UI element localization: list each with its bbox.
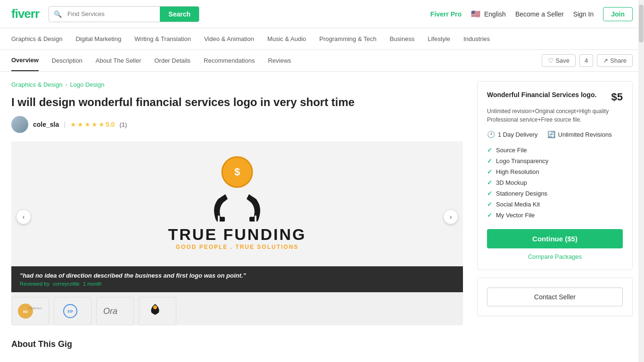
nav-item-marketing[interactable]: Digital Marketing	[75, 29, 121, 49]
carousel-next-button[interactable]: ›	[443, 209, 458, 224]
star-5: ★	[99, 121, 105, 128]
save-label: Save	[555, 57, 570, 64]
feature-label-0: Source File	[496, 147, 527, 154]
compare-packages-link[interactable]: Compare Packages	[487, 253, 623, 260]
seller-info: cole_sla | ★ ★ ★ ★ ★ 5.0 (1)	[11, 116, 463, 133]
thumbnail-2[interactable]: Ora	[96, 297, 134, 325]
coin-svg: $	[221, 156, 254, 189]
tagline-text: GOOD PEOPLE . TRUE SOLUTIONS	[176, 244, 299, 250]
flag-icon: 🇺🇸	[471, 9, 480, 18]
tab-about-seller[interactable]: About The Seller	[96, 50, 141, 71]
tab-reviews[interactable]: Reviews	[268, 50, 291, 71]
save-button[interactable]: ♡ Save	[542, 54, 576, 67]
feature-label-6: My Vector File	[496, 212, 535, 219]
check-icon-3: ✓	[487, 179, 492, 186]
seller-name[interactable]: cole_sla	[33, 121, 59, 128]
search-button[interactable]: Search	[160, 7, 199, 22]
header: fiverr 🔍 Search Fiverr Pro 🇺🇸 English Be…	[0, 0, 644, 28]
review-overlay: "had no idea of direction described the …	[11, 266, 463, 292]
contact-card: Contact Seller	[477, 278, 633, 316]
star-1: ★	[70, 121, 76, 128]
thumbnail-1[interactable]: FP	[54, 297, 91, 325]
tab-order-details[interactable]: Order Details	[154, 50, 190, 71]
breadcrumb-parent[interactable]: Graphics & Design	[11, 81, 62, 88]
svg-text:FP: FP	[67, 309, 73, 314]
feature-logo-transparency: ✓ Logo Transparency	[487, 156, 623, 166]
delivery-label: 1 Day Delivery	[498, 131, 538, 138]
tab-overview[interactable]: Overview	[11, 50, 39, 71]
nav-item-lifestyle[interactable]: Lifestyle	[428, 29, 450, 49]
feature-vector-file: ✓ My Vector File	[487, 210, 623, 221]
nav-item-video[interactable]: Video & Animation	[204, 29, 254, 49]
gig-content: Graphics & Design › Logo Design I will d…	[11, 81, 463, 349]
feature-high-resolution: ✓ High Resolution	[487, 166, 623, 177]
star-3: ★	[84, 121, 91, 128]
feature-3d-mockup: ✓ 3D Mockup	[487, 177, 623, 188]
feature-stationery: ✓ Stationery Designs	[487, 188, 623, 199]
svg-point-12	[153, 305, 157, 309]
rating-value: 5.0	[106, 121, 115, 128]
check-icon-6: ✓	[487, 212, 492, 219]
search-input[interactable]	[62, 7, 160, 21]
continue-button[interactable]: Continue ($5)	[487, 229, 623, 248]
svg-rect-4	[249, 217, 258, 222]
check-icon-0: ✓	[487, 147, 492, 154]
delivery-time: 🕐 1 Day Delivery	[487, 131, 538, 138]
thumbnail-3[interactable]	[139, 297, 176, 325]
heart-icon: ♡	[548, 57, 553, 64]
check-icon-1: ✓	[487, 157, 492, 165]
carousel-prev-button[interactable]: ‹	[16, 209, 31, 224]
star-rating: ★ ★ ★ ★ ★ 5.0	[70, 121, 115, 128]
nav-item-programming[interactable]: Programming & Tech	[319, 29, 376, 49]
avatar[interactable]	[11, 116, 28, 133]
reviewer-info: Reviewed by correycottle 1 month	[20, 281, 454, 287]
scrollbar[interactable]	[638, 0, 644, 359]
feature-label-3: 3D Mockup	[496, 179, 527, 186]
feature-source-file: ✓ Source File	[487, 145, 623, 156]
logo[interactable]: fiverr	[11, 7, 39, 21]
about-gig-title: About This Gig	[11, 339, 463, 349]
header-right: Fiverr Pro 🇺🇸 English Become a Seller Si…	[430, 7, 633, 21]
nav-item-music[interactable]: Music & Audio	[267, 29, 306, 49]
review-count: (1)	[119, 121, 127, 128]
reviewer-name: correycottle	[53, 281, 80, 287]
feature-label-2: High Resolution	[496, 168, 539, 175]
language-selector[interactable]: 🇺🇸 English	[471, 9, 506, 18]
contact-seller-button[interactable]: Contact Seller	[487, 288, 623, 306]
thumb-img-2: Ora	[101, 302, 129, 321]
svg-rect-3	[218, 215, 220, 222]
svg-rect-5	[255, 215, 256, 222]
card-header: Wonderful Financial Services logo. $5	[487, 91, 623, 103]
share-icon: ↗	[603, 57, 608, 64]
tab-description[interactable]: Description	[52, 50, 83, 71]
nav-item-graphics[interactable]: Graphics & Design	[11, 29, 62, 49]
revisions-label: Unlimited Revisions	[558, 131, 612, 138]
gig-title: I will design wonderful financial servic…	[11, 95, 463, 109]
scroll-thumb[interactable]	[639, 5, 644, 42]
about-gig-section: About This Gig	[11, 339, 463, 349]
image-carousel: $	[11, 141, 463, 325]
breadcrumb-separator: ›	[65, 82, 67, 88]
main-content: Graphics & Design › Logo Design I will d…	[0, 72, 644, 359]
thumb-img-3	[143, 302, 172, 321]
sub-nav-right: ♡ Save 4 ↗ Share	[542, 54, 633, 67]
tab-recommendations[interactable]: Recommendations	[204, 50, 255, 71]
become-seller-link[interactable]: Become a Seller	[515, 10, 564, 18]
nav-item-industries[interactable]: Industries	[463, 29, 490, 49]
nav-item-business[interactable]: Business	[389, 29, 414, 49]
svg-rect-2	[216, 217, 225, 222]
sidebar: Wonderful Financial Services logo. $5 Un…	[477, 81, 633, 349]
feature-label-1: Logo Transparency	[496, 157, 548, 165]
feature-label-4: Stationery Designs	[496, 190, 547, 197]
sign-in-link[interactable]: Sign In	[573, 10, 594, 18]
revisions-info: 🔄 Unlimited Revisions	[547, 131, 612, 138]
svg-text:$: $	[234, 166, 240, 178]
share-button[interactable]: ↗ Share	[597, 54, 633, 67]
fiverr-pro-link[interactable]: Fiverr Pro	[430, 10, 462, 18]
hands-svg	[209, 185, 265, 222]
true-funding-text: TRUE FUNDING	[168, 225, 306, 244]
nav-item-writing[interactable]: Writing & Translation	[134, 29, 191, 49]
join-button[interactable]: Join	[603, 7, 633, 21]
thumbnail-0[interactable]: RD FINANCIALS	[11, 297, 49, 325]
breadcrumb-child[interactable]: Logo Design	[70, 81, 104, 88]
